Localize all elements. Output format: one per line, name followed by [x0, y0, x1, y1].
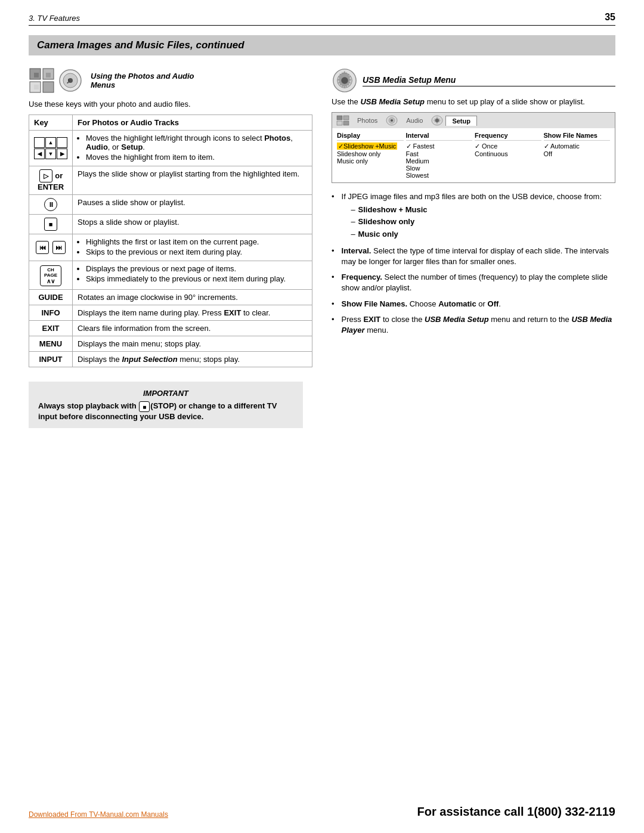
svg-rect-6 [34, 85, 39, 89]
usb-setup-screenshot: Photos Audio [332, 112, 615, 183]
usb-tab-audio-icon [385, 114, 399, 126]
usb-interval-slowest: Slowest [406, 172, 473, 179]
pause-icon: ⏸ [44, 198, 57, 211]
usb-interval-fast: Fast [406, 150, 473, 157]
usb-filenames-automatic: ✓ Automatic [544, 143, 611, 150]
usb-display-option-1: ✓Slideshow +Music [337, 143, 404, 150]
page-header: 3. TV Features 35 [29, 12, 615, 26]
key-desc-play: Plays the slide show or playlist startin… [73, 166, 312, 195]
page-container: 3. TV Features 35 Camera Images and Musi… [0, 0, 644, 833]
key-desc-exit: Clears file information from the screen. [73, 321, 312, 336]
key-cell-play: ▷ orENTER [29, 166, 73, 195]
header-title: 3. TV Features [29, 14, 80, 23]
usb-display-option-3: Music only [337, 157, 404, 165]
arrow-up-right [57, 137, 67, 148]
key-cell-input: INPUT [29, 352, 73, 367]
table-row: ▲ ◀ ▼ ▶ Moves the highlight left/right t… [29, 131, 312, 166]
table-row: INPUT Displays the Input Selection menu;… [29, 352, 312, 367]
key-desc-arrows: Moves the highlight left/right through i… [73, 131, 312, 166]
page-footer: Downloaded From TV-Manual.com Manuals Fo… [29, 805, 615, 819]
svg-rect-16 [343, 116, 349, 120]
table-row: ▷ orENTER Plays the slide show or playli… [29, 166, 312, 195]
left-intro-text: Use these keys with your photo and audio… [29, 100, 312, 109]
key-desc-input: Displays the Input Selection menu; stops… [73, 352, 312, 367]
ch-page-icon: CH PAGE ∧ ∨ [40, 265, 61, 286]
using-photos-audio-label: Using the Photos and Audio Menus [91, 72, 194, 89]
right-column: USB Media Setup Menu Use the USB Media S… [332, 67, 615, 428]
usb-interval-medium: Medium [406, 157, 473, 165]
sub-item-slideshow-music: Slideshow + Music [351, 205, 602, 215]
icon-label-line1: Using the Photos and Audio [91, 72, 194, 80]
usb-interval-slow: Slow [406, 165, 473, 172]
key-cell-chpage: CH PAGE ∧ ∨ [29, 261, 73, 290]
usb-interval-fastest: ✓ Fastest [406, 143, 473, 150]
bullet-content-4: Show File Names. Choose Automatic or Off… [342, 299, 501, 309]
key-cell-guide: GUIDE [29, 290, 73, 305]
bullet-item-5: Press EXIT to close the USB Media Setup … [332, 314, 615, 336]
rewind-icon: ⏮ [36, 241, 49, 254]
bullet-content-2: Interval. Select the type of time interv… [342, 246, 615, 267]
table-row: ■ Stops a slide show or playlist. [29, 215, 312, 234]
important-text: Always stop playback with ■(STOP) or cha… [38, 401, 293, 421]
section-title-bar: Camera Images and Music Files, continued [29, 35, 615, 55]
sub-list-1: Slideshow + Music Slideshow only Music o… [342, 205, 602, 240]
usb-tab-setup-icon [430, 114, 444, 126]
usb-setup-body: Display ✓Slideshow +Music Slideshow only… [332, 128, 615, 182]
arrow-up-center: ▲ [45, 137, 56, 148]
photos-audio-icon-row: ♪ Using the Photos and Audio Menus [29, 67, 312, 94]
header-page-number: 35 [605, 12, 615, 23]
svg-rect-5 [46, 73, 51, 78]
usb-col-frequency: Frequency ✓ Once Continuous [475, 132, 541, 179]
left-column: ♪ Using the Photos and Audio Menus Use t… [29, 67, 312, 428]
arrow-left: ◀ [34, 148, 45, 159]
section-title: Camera Images and Music Files, continued [37, 39, 607, 51]
svg-point-21 [391, 119, 393, 122]
rewindff-desc-2: Skips to the previous or next item durin… [86, 247, 307, 256]
usb-setup-columns: Display ✓Slideshow +Music Slideshow only… [337, 132, 610, 179]
arrow-up [34, 137, 45, 148]
key-cell-stop: ■ [29, 215, 73, 234]
key-cell-arrows: ▲ ◀ ▼ ▶ [29, 131, 73, 166]
key-desc-rewindff: Highlights the first or last item on the… [73, 234, 312, 261]
stop-icon: ■ [44, 218, 57, 231]
bullet-item-4: Show File Names. Choose Automatic or Off… [332, 299, 615, 309]
bullet-item-3: Frequency. Select the number of times (f… [332, 272, 615, 293]
key-desc-stop: Stops a slide show or playlist. [73, 215, 312, 234]
audio-icon: ♪ [57, 67, 83, 94]
usb-tab-setup: Setup [445, 116, 477, 126]
icon-label-line2: Menus [91, 80, 194, 89]
ff-icon: ⏭ [52, 241, 66, 254]
key-cell-info: INFO [29, 305, 73, 321]
svg-point-23 [435, 119, 439, 122]
svg-rect-4 [34, 73, 39, 78]
footer-help-text: For assistance call 1(800) 332-2119 [417, 805, 615, 819]
usb-tab-audio: Audio [400, 116, 429, 125]
bullet-content-5: Press EXIT to close the USB Media Setup … [342, 314, 615, 336]
key-desc-guide: Rotates an image clockwise in 90° increm… [73, 290, 312, 305]
stop-key-inline: ■ [139, 401, 150, 412]
important-box: IMPORTANT Always stop playback with ■(ST… [29, 382, 303, 428]
usb-tab-photos-icon [336, 114, 350, 126]
key-cell-menu: MENU [29, 336, 73, 352]
footer-link[interactable]: Downloaded From TV-Manual.com Manuals [29, 810, 168, 819]
usb-col-interval-header: Interval [406, 132, 473, 141]
svg-point-14 [341, 77, 348, 83]
usb-tab-photos: Photos [351, 116, 383, 125]
svg-rect-15 [337, 116, 342, 120]
svg-rect-7 [46, 85, 51, 89]
arrow-desc-2: Moves the highlight from item to item. [86, 153, 307, 162]
right-intro: Use the USB Media Setup menu to set up p… [332, 97, 615, 106]
usb-filenames-off: Off [544, 150, 611, 157]
svg-rect-17 [337, 121, 342, 125]
key-desc-menu: Displays the main menu; stops play. [73, 336, 312, 352]
chpage-desc-1: Displays the previous or next page of it… [86, 264, 307, 273]
key-cell-rewindff: ⏮ ⏭ [29, 234, 73, 261]
usb-col-display: Display ✓Slideshow +Music Slideshow only… [337, 132, 404, 179]
usb-setup-icon [332, 67, 358, 94]
usb-freq-continuous: Continuous [475, 150, 541, 157]
key-desc-pause: Pauses a slide show or playlist. [73, 195, 312, 215]
arrow-down: ▼ [45, 148, 56, 159]
svg-rect-18 [343, 121, 349, 125]
sub-item-slideshow-only: Slideshow only [351, 216, 602, 227]
table-row: MENU Displays the main menu; stops play. [29, 336, 312, 352]
